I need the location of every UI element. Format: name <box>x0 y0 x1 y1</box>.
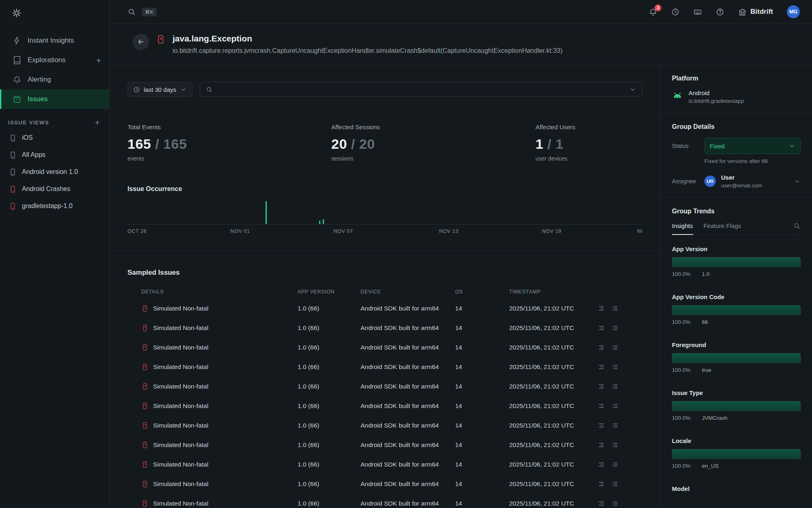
session-log-icon[interactable] <box>611 461 619 468</box>
cell-timestamp: 2025/11/06, 21:02 UTC <box>509 461 598 468</box>
issue-search-input[interactable] <box>200 82 642 97</box>
issue-name: Simulated Non-fatal <box>153 363 208 371</box>
session-log-icon[interactable] <box>611 363 619 371</box>
row-actions <box>598 402 642 410</box>
stacktrace-icon[interactable] <box>598 422 605 429</box>
crash-phone-icon <box>141 344 149 351</box>
issue-view-gradletestapp-1-0[interactable]: gradletestapp-1.0 <box>0 198 109 215</box>
session-log-icon[interactable] <box>611 305 619 312</box>
stacktrace-icon[interactable] <box>598 480 605 488</box>
issue-view-android-version-1-0[interactable]: Android version 1.0 <box>0 163 109 180</box>
time-range-filter[interactable]: last 30 days <box>127 82 192 97</box>
user-avatar[interactable]: MG <box>787 5 800 18</box>
trend-app-version: App Version 100.0% 1.0 <box>672 245 801 277</box>
back-button[interactable] <box>133 34 149 50</box>
issue-name: Simulated Non-fatal <box>153 480 208 488</box>
table-row[interactable]: Simulated Non-fatal 1.0 (66) Android SDK… <box>127 338 642 357</box>
add-issue-view-button[interactable]: + <box>95 118 100 127</box>
stacktrace-icon[interactable] <box>598 383 605 390</box>
tab-feature-flags[interactable]: Feature Flags <box>704 222 741 235</box>
sidebar-item-instant-insights[interactable]: Instant Insights <box>0 31 109 50</box>
issue-view-ios[interactable]: iOS <box>0 129 109 146</box>
notifications-button[interactable]: 3 <box>649 8 657 16</box>
help-button[interactable] <box>716 8 724 16</box>
keyboard-shortcuts-button[interactable] <box>693 8 702 16</box>
details-panel: Platform Android io.bitdrift.gradletesta… <box>660 65 812 508</box>
stat-value: 165 / 165 <box>127 136 331 152</box>
chevron-down-icon <box>794 178 801 185</box>
history-button[interactable] <box>671 8 680 16</box>
table-row[interactable]: Simulated Non-fatal 1.0 (66) Android SDK… <box>127 357 642 377</box>
stat-value: 20 / 20 <box>331 136 536 152</box>
trend-stats: 100.0% en_US <box>672 463 801 469</box>
trend-percentage: 100.0% <box>672 415 691 421</box>
sidebar-item-issues[interactable]: Issues <box>0 89 109 109</box>
session-log-icon[interactable] <box>611 500 619 507</box>
row-actions <box>598 441 642 449</box>
session-log-icon[interactable] <box>611 324 619 332</box>
global-search[interactable]: ⌘K <box>127 8 157 16</box>
cell-os: 14 <box>455 363 509 371</box>
trend-issue-type: Issue Type 100.0% JVMCrash <box>672 389 801 421</box>
table-row[interactable]: Simulated Non-fatal 1.0 (66) Android SDK… <box>127 435 642 455</box>
table-row[interactable]: Simulated Non-fatal 1.0 (66) Android SDK… <box>127 494 642 508</box>
stacktrace-icon[interactable] <box>598 461 605 468</box>
assignee-row[interactable]: Assignee UR User user@email.com <box>672 174 801 189</box>
status-row: Status Fixed <box>672 138 801 154</box>
session-log-icon[interactable] <box>611 480 619 488</box>
trend-bar <box>672 305 801 315</box>
stacktrace-icon[interactable] <box>598 363 605 371</box>
logo-area[interactable] <box>0 0 109 26</box>
table-row[interactable]: Simulated Non-fatal 1.0 (66) Android SDK… <box>127 416 642 435</box>
trend-search-icon[interactable] <box>793 222 801 230</box>
tab-insights[interactable]: Insights <box>672 222 693 235</box>
alert-bell-icon <box>13 75 22 84</box>
organization-icon <box>738 8 747 16</box>
org-switcher[interactable]: Bitdrift <box>738 8 773 16</box>
session-log-icon[interactable] <box>611 422 619 429</box>
sidebar-item-alerting[interactable]: Alerting <box>0 70 109 89</box>
stacktrace-icon[interactable] <box>598 305 605 312</box>
session-log-icon[interactable] <box>611 402 619 410</box>
issue-view-all-apps[interactable]: All Apps <box>0 146 109 163</box>
cell-os: 14 <box>455 500 509 507</box>
assignee-label: Assignee <box>672 178 704 185</box>
issue-name: Simulated Non-fatal <box>153 324 208 332</box>
issues-box-icon <box>13 95 22 104</box>
stacktrace-icon[interactable] <box>598 441 605 449</box>
issue-view-android-crashes[interactable]: Android Crashes <box>0 180 109 198</box>
cell-app-version: 1.0 (66) <box>298 344 361 351</box>
table-row[interactable]: Simulated Non-fatal 1.0 (66) Android SDK… <box>127 396 642 416</box>
status-select[interactable]: Fixed <box>704 138 801 154</box>
cell-app-version: 1.0 (66) <box>298 461 361 468</box>
stacktrace-icon[interactable] <box>598 500 605 507</box>
chevron-down-icon <box>629 86 636 93</box>
add-exploration-button[interactable]: + <box>96 56 101 65</box>
table-row[interactable]: Simulated Non-fatal 1.0 (66) Android SDK… <box>127 474 642 494</box>
table-row[interactable]: Simulated Non-fatal 1.0 (66) Android SDK… <box>127 299 642 318</box>
cell-app-version: 1.0 (66) <box>298 500 361 507</box>
session-log-icon[interactable] <box>611 344 619 351</box>
column-header-details: DETAILS <box>141 289 298 295</box>
issue-title-block: java.lang.Exception io.bitdrift.capture.… <box>173 34 563 54</box>
stacktrace-icon[interactable] <box>598 344 605 351</box>
row-actions <box>598 363 642 371</box>
trend-bar <box>672 449 801 459</box>
row-actions <box>598 305 642 312</box>
sidebar-item-label: Issues <box>28 95 48 103</box>
help-icon <box>716 8 724 16</box>
stacktrace-icon[interactable] <box>598 324 605 332</box>
table-row[interactable]: Simulated Non-fatal 1.0 (66) Android SDK… <box>127 318 642 338</box>
session-log-icon[interactable] <box>611 441 619 449</box>
cell-timestamp: 2025/11/06, 21:02 UTC <box>509 422 598 429</box>
trend-value: en_US <box>702 463 719 469</box>
session-log-icon[interactable] <box>611 383 619 390</box>
platform-app: Android io.bitdrift.gradletestapp <box>672 89 801 104</box>
crash-phone-icon <box>141 422 149 429</box>
stacktrace-icon[interactable] <box>598 402 605 410</box>
table-row[interactable]: Simulated Non-fatal 1.0 (66) Android SDK… <box>127 455 642 474</box>
sidebar-item-explorations[interactable]: Explorations + <box>0 50 109 70</box>
tick-label: NO <box>637 228 642 234</box>
stat-label: Affected Users <box>536 124 642 130</box>
table-row[interactable]: Simulated Non-fatal 1.0 (66) Android SDK… <box>127 377 642 396</box>
